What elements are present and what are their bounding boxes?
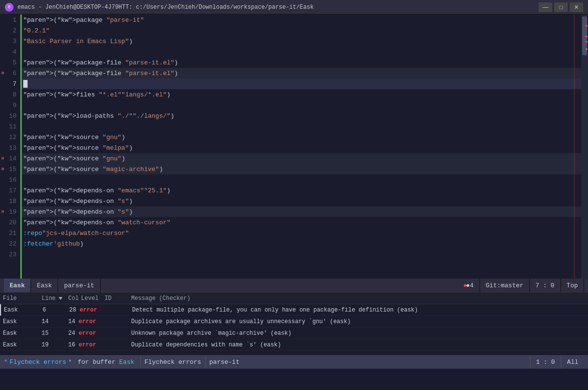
mode-seg-3[interactable]: parse-it (58, 279, 100, 292)
error-file: Eask (4, 307, 43, 313)
flycheck-for-text: for buffer (74, 359, 120, 366)
diff-arrow-icon: » (1, 208, 4, 215)
gutter-line-6: »6 (0, 68, 20, 78)
error-row-1[interactable]: Eask 6 28 error Detect multiple package-… (0, 304, 588, 316)
code-line-2[interactable]: "0.2.1" (20, 25, 581, 36)
divider-2 (205, 357, 206, 367)
error-row-3[interactable]: Eask 15 24 error Unknown package archive… (0, 328, 588, 339)
diff-arrow-icon: » (1, 70, 4, 77)
error-table-header: File Line ColLevel ID Message (Checker) (0, 293, 588, 304)
col-header-col[interactable]: ColLevel (68, 295, 105, 302)
bottom-position: 1 : 0 (530, 355, 561, 369)
window-controls: — □ ✕ (539, 2, 583, 12)
git-status-label: Git:master (486, 282, 524, 289)
title-bar: e emacs - JenChieh@DESKTOP-4J79HTT: c:/U… (0, 0, 588, 15)
error-col: 28 error (69, 307, 106, 313)
gutter-line-8: 8 (0, 89, 20, 100)
error-line: 15 (42, 330, 68, 337)
code-line-22[interactable]: :fetcher 'github) (20, 238, 581, 249)
mode-seg-1-label: Eask (10, 282, 25, 289)
flycheck-right-seg: parse-it (210, 359, 240, 366)
error-row-2[interactable]: Eask 14 14 error Duplicate package archi… (0, 316, 588, 328)
gutter-line-4: 4 (0, 47, 20, 57)
col-header-file[interactable]: File (3, 295, 42, 302)
code-line-23[interactable] (20, 249, 581, 260)
cursor-block (23, 80, 28, 88)
code-line-7[interactable] (20, 78, 581, 89)
error-level-badge: error (80, 307, 97, 313)
code-line-1[interactable]: "paren">("kw">package "parse-it" (20, 15, 581, 25)
maximize-button[interactable]: □ (554, 2, 568, 12)
error-col: 14 error (68, 318, 105, 325)
mode-seg-2-label: Eask (37, 282, 52, 289)
error-file: Eask (3, 342, 42, 348)
mode-seg-1[interactable]: Eask (4, 279, 31, 292)
mode-position: 7 : 0 (530, 279, 561, 292)
code-line-10[interactable]: "paren">("kw">load-paths "./" "./langs/"… (20, 110, 581, 121)
gutter-line-9: 9 (0, 100, 20, 110)
flycheck-star2: * (68, 359, 72, 366)
divider-1 (140, 357, 141, 367)
code-line-21[interactable]: :repo "jcs-elpa/watch-cursor" (20, 228, 581, 238)
code-line-20[interactable]: "paren">("kw">depends-on "watch-cursor" (20, 217, 581, 228)
mode-dot-count: ●●4 (457, 279, 480, 292)
error-col: 24 error (68, 330, 105, 337)
code-line-18[interactable]: "paren">("kw">depends-on "s") (20, 196, 581, 206)
bottom-all: All (561, 355, 584, 369)
col-header-line[interactable]: Line (42, 295, 68, 302)
code-line-6[interactable]: "paren">("kw">package-file "parse-it.el"… (20, 68, 581, 78)
gutter-line-5: 5 (0, 57, 20, 68)
code-line-8[interactable]: "paren">("kw">files "*.el" "langs/*.el") (20, 89, 581, 100)
code-line-16[interactable] (20, 174, 581, 185)
code-line-12[interactable]: "paren">("kw">source "gnu") (20, 132, 581, 142)
error-mark-2 (586, 36, 588, 37)
mode-seg-2[interactable]: Eask (31, 279, 58, 292)
dot-count-label: ●4 (466, 282, 474, 289)
gutter-line-23: 23 (0, 249, 20, 260)
line-gutter: 12345»678910111213»14»15161718»192021222… (0, 15, 20, 279)
gutter-line-3: 3 (0, 36, 20, 47)
mode-top: Top (561, 279, 584, 292)
gutter-line-7: 7 (0, 78, 20, 89)
error-message: Unknown package archive `magic-archive' … (131, 330, 585, 337)
scrollbar-track[interactable] (581, 15, 588, 279)
close-button[interactable]: ✕ (570, 2, 583, 12)
code-line-17[interactable]: "paren">("kw">depends-on "emacs" "25.1") (20, 185, 581, 196)
gutter-line-1: 1 (0, 15, 20, 25)
mode-seg-3-label: parse-it (64, 282, 94, 289)
code-line-5[interactable]: "paren">("kw">package-file "parse-it.el"… (20, 57, 581, 68)
gutter-line-21: 21 (0, 228, 20, 238)
code-line-19[interactable]: "paren">("kw">depends-on "s") (20, 206, 581, 217)
cursor-position: 7 : 0 (536, 282, 555, 289)
gutter-line-18: 18 (0, 196, 20, 206)
mode-line: Eask Eask parse-it ●●4 Git:master 7 : 0 … (0, 279, 588, 292)
flycheck-middle-seg: Flycheck errors (145, 359, 201, 366)
error-level-badge: error (79, 330, 96, 337)
error-level-badge: error (79, 342, 96, 348)
code-line-3[interactable]: "Basic Parser in Emacs Lisp") (20, 36, 581, 47)
code-line-14[interactable]: "paren">("kw">source "gnu") (20, 153, 581, 164)
code-line-11[interactable] (20, 121, 581, 132)
error-message: Detect multiple package-file, you can on… (132, 307, 585, 313)
code-line-15[interactable]: "paren">("kw">source "magic-archive") (20, 164, 581, 174)
gutter-line-13: 13 (0, 142, 20, 153)
code-line-13[interactable]: "paren">("kw">source "melpa") (20, 142, 581, 153)
gutter-line-20: 20 (0, 217, 20, 228)
gutter-line-16: 16 (0, 174, 20, 185)
code-content[interactable]: "paren">("kw">package "parse-it" "0.2.1"… (20, 15, 581, 279)
gutter-line-22: 22 (0, 238, 20, 249)
minimize-button[interactable]: — (539, 2, 552, 12)
code-line-9[interactable] (20, 100, 581, 110)
col-header-message[interactable]: Message (Checker) (131, 295, 585, 302)
error-mark-3 (586, 41, 588, 43)
gutter-line-10: 10 (0, 110, 20, 121)
error-line: 19 (42, 342, 68, 348)
col-header-id[interactable]: ID (105, 295, 131, 302)
diff-arrow-icon: » (1, 166, 4, 172)
gutter-line-2: 2 (0, 25, 20, 36)
scrollbar[interactable] (581, 15, 588, 279)
flycheck-errors-label: Flycheck errors (10, 359, 66, 366)
code-line-4[interactable] (20, 47, 581, 57)
error-level-badge: error (79, 318, 96, 325)
error-row-4[interactable]: Eask 19 16 error Duplicate dependencies … (0, 339, 588, 351)
